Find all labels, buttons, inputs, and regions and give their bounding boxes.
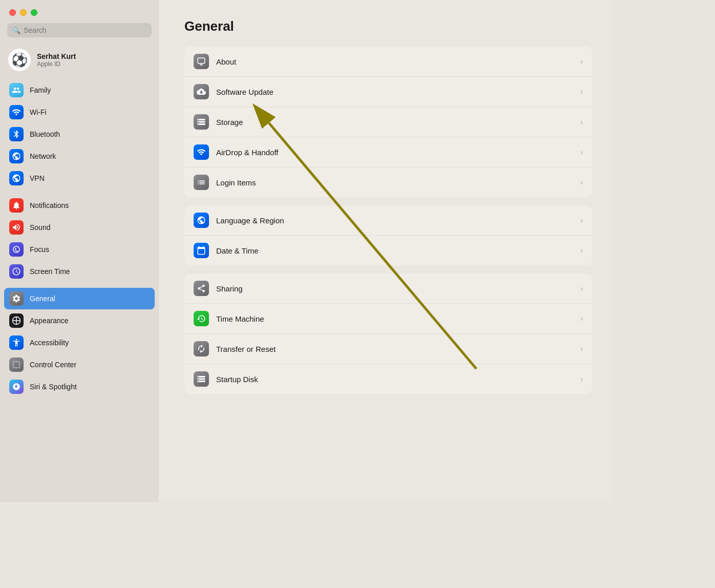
network-icon	[9, 149, 24, 163]
avatar: ⚽	[8, 49, 31, 71]
sidebar-item-general[interactable]: General	[4, 288, 155, 309]
row-software-update[interactable]: Software Update ›	[184, 77, 592, 107]
row-label-transfer-reset: Transfer or Reset	[216, 345, 580, 353]
settings-group-3: Sharing › Time Machine › Transfer or Res…	[184, 274, 592, 394]
chevron-storage: ›	[580, 118, 583, 126]
row-label-login-items: Login Items	[216, 178, 580, 187]
sidebar-label-accessibility: Accessibility	[30, 339, 69, 347]
row-label-time-machine: Time Machine	[216, 314, 580, 323]
chevron-startup-disk: ›	[580, 375, 583, 383]
search-icon: 🔍	[12, 27, 20, 34]
sidebar-label-general: General	[30, 295, 55, 303]
time-machine-icon	[194, 311, 209, 326]
user-profile[interactable]: ⚽ Serhat Kurt Apple ID	[0, 45, 159, 79]
airdrop-icon	[194, 144, 209, 160]
date-time-icon	[194, 243, 209, 258]
sidebar-label-siri: Siri & Spotlight	[30, 383, 77, 391]
sidebar-item-vpn[interactable]: VPN	[4, 167, 155, 189]
controlcenter-icon	[9, 358, 24, 372]
sidebar-item-wifi[interactable]: Wi-Fi	[4, 101, 155, 123]
row-login-items[interactable]: Login Items ›	[184, 167, 592, 197]
sidebar-label-sound: Sound	[30, 223, 50, 232]
sidebar-item-family[interactable]: Family	[4, 79, 155, 101]
about-icon	[194, 54, 209, 69]
wifi-icon	[9, 105, 24, 119]
chevron-transfer-reset: ›	[580, 345, 583, 353]
language-icon	[194, 213, 209, 228]
row-label-date-time: Date & Time	[216, 246, 580, 255]
family-icon	[9, 83, 24, 97]
startup-disk-icon	[194, 371, 209, 387]
sidebar-label-family: Family	[30, 86, 51, 94]
row-storage[interactable]: Storage ›	[184, 107, 592, 137]
chevron-airdrop: ›	[580, 148, 583, 156]
row-airdrop[interactable]: AirDrop & Handoff ›	[184, 137, 592, 167]
sidebar-item-focus[interactable]: Focus	[4, 239, 155, 260]
sidebar-item-notifications[interactable]: Notifications	[4, 195, 155, 216]
sidebar-item-siri[interactable]: Siri & Spotlight	[4, 376, 155, 397]
chevron-language-region: ›	[580, 216, 583, 224]
row-startup-disk[interactable]: Startup Disk ›	[184, 364, 592, 394]
main-content: General About › Software Update › Storag…	[159, 0, 613, 502]
user-info: Serhat Kurt Apple ID	[37, 52, 76, 68]
vpn-icon	[9, 171, 24, 185]
row-transfer-reset[interactable]: Transfer or Reset ›	[184, 334, 592, 364]
row-about[interactable]: About ›	[184, 47, 592, 77]
sidebar-label-vpn: VPN	[30, 174, 45, 182]
maximize-button[interactable]	[31, 9, 37, 16]
sidebar-item-screentime[interactable]: Screen Time	[4, 261, 155, 282]
sidebar-label-focus: Focus	[30, 245, 49, 254]
sidebar-item-bluetooth[interactable]: Bluetooth	[4, 123, 155, 145]
sidebar-label-wifi: Wi-Fi	[30, 108, 47, 116]
siri-icon	[9, 380, 24, 394]
row-language-region[interactable]: Language & Region ›	[184, 205, 592, 236]
sidebar-label-notifications: Notifications	[30, 201, 69, 209]
close-button[interactable]	[9, 9, 16, 16]
sidebar-item-sound[interactable]: Sound	[4, 217, 155, 238]
sidebar: 🔍 ⚽ Serhat Kurt Apple ID Family Wi-Fi	[0, 0, 159, 502]
chevron-time-machine: ›	[580, 314, 583, 323]
row-label-software-update: Software Update	[216, 88, 580, 96]
general-icon	[9, 291, 24, 306]
chevron-software-update: ›	[580, 88, 583, 96]
focus-icon	[9, 242, 24, 257]
minimize-button[interactable]	[20, 9, 27, 16]
sidebar-list: Family Wi-Fi Bluetooth Network VPN	[0, 79, 159, 502]
row-label-airdrop: AirDrop & Handoff	[216, 148, 580, 157]
row-sharing[interactable]: Sharing ›	[184, 274, 592, 304]
user-name: Serhat Kurt	[37, 52, 76, 60]
sidebar-item-network[interactable]: Network	[4, 145, 155, 167]
row-label-language-region: Language & Region	[216, 216, 580, 225]
chevron-about: ›	[580, 57, 583, 66]
accessibility-icon	[9, 335, 24, 350]
sidebar-label-screentime: Screen Time	[30, 267, 70, 276]
login-items-icon	[194, 175, 209, 190]
settings-group-2: Language & Region › Date & Time ›	[184, 205, 592, 265]
page-title: General	[184, 18, 592, 34]
traffic-lights	[0, 0, 159, 23]
sidebar-item-controlcenter[interactable]: Control Center	[4, 354, 155, 375]
search-input[interactable]	[24, 26, 146, 34]
sidebar-label-bluetooth: Bluetooth	[30, 130, 60, 138]
sidebar-label-controlcenter: Control Center	[30, 361, 76, 369]
sidebar-label-appearance: Appearance	[30, 317, 69, 325]
search-bar[interactable]: 🔍	[7, 23, 152, 37]
bluetooth-icon	[9, 127, 24, 141]
appearance-icon	[9, 313, 24, 328]
svg-rect-1	[198, 58, 205, 64]
chevron-login-items: ›	[580, 178, 583, 186]
chevron-date-time: ›	[580, 246, 583, 255]
sidebar-item-accessibility[interactable]: Accessibility	[4, 332, 155, 353]
row-label-startup-disk: Startup Disk	[216, 375, 580, 384]
settings-group-1: About › Software Update › Storage › AirD…	[184, 47, 592, 197]
row-time-machine[interactable]: Time Machine ›	[184, 304, 592, 334]
sidebar-item-appearance[interactable]: Appearance	[4, 310, 155, 331]
row-label-about: About	[216, 57, 580, 66]
row-date-time[interactable]: Date & Time ›	[184, 236, 592, 265]
row-label-sharing: Sharing	[216, 284, 580, 293]
software-update-icon	[194, 84, 209, 99]
sharing-icon	[194, 281, 209, 296]
storage-icon	[194, 114, 209, 130]
user-subtitle: Apple ID	[37, 60, 76, 68]
transfer-reset-icon	[194, 341, 209, 356]
